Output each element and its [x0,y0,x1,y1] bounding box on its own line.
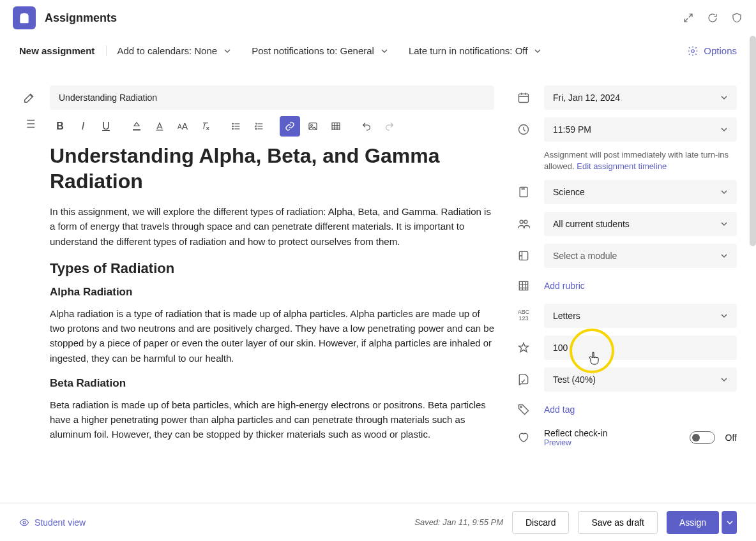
reflect-label: Reflect check-in [544,428,608,438]
reflect-state: Off [725,433,737,443]
chevron-down-icon [381,47,388,55]
assignment-options-bar: New assignment Add to calendars: None Po… [0,36,756,66]
svg-rect-14 [519,282,527,290]
rubric-icon [513,276,534,296]
numbered-list-button[interactable] [249,116,269,137]
class-value: Science [553,187,585,197]
app-title: Assignments [45,11,117,25]
svg-point-1 [692,49,695,52]
late-turn-label: Late turn in notifications: Off [409,45,528,56]
people-icon [513,214,534,234]
undo-button[interactable] [356,116,377,137]
shield-icon[interactable] [730,11,743,24]
edit-timeline-link[interactable]: Edit assignment timeline [577,161,667,171]
doc-para-2: Beta radiation is made up of beta partic… [50,397,494,442]
students-dropdown[interactable]: All current students [544,212,737,236]
doc-heading-1: Understanding Alpha, Beta, and Gamma Rad… [50,143,494,194]
class-dropdown[interactable]: Science [544,180,737,204]
category-icon [513,369,534,390]
doc-subheading-1: Alpha Radiation [50,286,494,299]
font-color-button[interactable] [149,116,170,137]
expand-icon[interactable] [682,11,695,24]
new-assignment-label: New assignment [19,45,107,56]
chevron-down-icon [726,519,734,526]
svg-point-16 [23,521,26,524]
add-to-calendars-dropdown[interactable]: Add to calendars: None [107,45,241,56]
calendar-label: Add to calendars: None [117,45,217,56]
late-turn-in-dropdown[interactable]: Late turn in notifications: Off [398,45,552,56]
grading-icon: ABC123 [513,306,534,326]
due-date-value: Fri, Jan 12, 2024 [553,93,620,103]
redo-button[interactable] [379,116,400,137]
save-draft-button[interactable]: Save as draft [578,511,658,534]
due-time-value: 11:59 PM [553,124,591,135]
clear-format-button[interactable] [195,116,216,137]
assignment-editor[interactable]: Understanding Alpha, Beta, and Gamma Rad… [50,143,494,503]
scrollbar-thumb[interactable] [750,36,756,246]
font-size-button[interactable]: AA [172,116,193,137]
underline-button[interactable]: U [96,116,116,137]
editor-column: B I U AA [19,85,513,503]
chevron-down-icon [720,188,728,196]
link-button[interactable] [280,116,300,137]
add-rubric-link[interactable]: Add rubric [544,281,585,291]
svg-point-11 [520,221,523,224]
bold-button[interactable]: B [50,116,70,137]
module-icon [513,246,534,266]
assignments-icon [13,6,36,29]
doc-para-1: Alpha radiation is a type of radiation t… [50,306,494,366]
options-button[interactable]: Options [687,45,737,57]
svg-point-4 [232,128,233,129]
due-date-dropdown[interactable]: Fri, Jan 12, 2024 [544,85,737,110]
footer-bar: Student view Saved: Jan 11, 9:55 PM Disc… [0,503,756,541]
italic-button[interactable]: I [73,116,93,137]
points-input[interactable]: 100 [544,336,737,360]
category-value: Test (40%) [553,374,596,385]
category-dropdown[interactable]: Test (40%) [544,367,737,392]
grading-value: Letters [553,311,580,321]
student-view-label: Student view [34,517,86,528]
chevron-down-icon [720,126,728,133]
calendar-icon [513,87,534,108]
heart-icon [513,427,534,448]
points-value: 100 [553,343,568,353]
post-notifications-dropdown[interactable]: Post notifications to: General [241,45,398,56]
add-tag-link[interactable]: Add tag [544,404,575,415]
refresh-icon[interactable] [706,11,719,24]
svg-point-12 [524,221,527,224]
reflect-toggle[interactable] [690,431,715,444]
eye-icon [19,517,29,528]
student-view-link[interactable]: Student view [19,517,86,528]
chevron-down-icon [720,376,728,383]
clock-icon [513,119,534,140]
chevron-down-icon [720,312,728,320]
list-icon [19,114,40,134]
chevron-down-icon [720,220,728,228]
svg-point-6 [311,124,313,126]
reflect-preview-link[interactable]: Preview [544,438,608,447]
due-time-dropdown[interactable]: 11:59 PM [544,117,737,142]
tag-icon [513,399,534,420]
discard-button[interactable]: Discard [512,511,569,534]
students-value: All current students [553,219,630,229]
saved-status: Saved: Jan 11, 9:55 PM [414,517,503,527]
app-header: Assignments [0,0,756,36]
svg-point-3 [232,126,233,126]
grading-type-dropdown[interactable]: Letters [544,304,737,328]
module-dropdown[interactable]: Select a module [544,244,737,268]
settings-column: Fri, Jan 12, 2024 11:59 PM Assignment wi… [513,85,737,503]
table-button[interactable] [326,116,346,137]
svg-rect-0 [23,13,26,15]
assign-button[interactable]: Assign [667,511,719,534]
doc-heading-2: Types of Radiation [50,260,494,277]
rich-text-toolbar: B I U AA [50,110,494,143]
highlight-button[interactable] [126,116,147,137]
image-button[interactable] [303,116,323,137]
options-label: Options [704,45,737,56]
main-content: B I U AA [0,66,756,503]
bullet-list-button[interactable] [226,116,246,137]
post-timeline-note: Assignment will post immediately with la… [513,149,737,172]
svg-rect-7 [332,123,340,130]
assign-dropdown-button[interactable] [722,511,737,534]
assignment-title-input[interactable] [50,85,494,110]
